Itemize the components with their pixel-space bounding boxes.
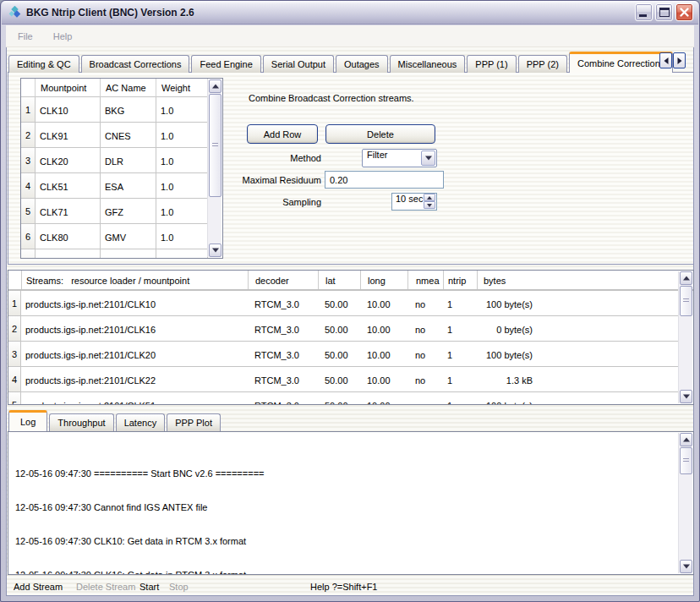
maximal-residuum-input[interactable]: 0.20 bbox=[325, 171, 444, 189]
minimize-button[interactable] bbox=[635, 3, 653, 21]
tab-serial-output[interactable]: Serial Output bbox=[263, 55, 334, 73]
sampling-spinbox[interactable]: 10 sec bbox=[391, 193, 437, 211]
cell-weight[interactable]: 1.0 bbox=[156, 224, 208, 249]
tab-log[interactable]: Log bbox=[8, 410, 47, 431]
tab-outages[interactable]: Outages bbox=[336, 55, 388, 73]
scroll-thumb[interactable] bbox=[209, 94, 221, 197]
dropdown-button[interactable] bbox=[421, 150, 435, 166]
stream-row[interactable]: 5 products.igs-ip.net:2101/CLK51 RTCM_3.… bbox=[8, 392, 693, 405]
delete-button[interactable]: Delete bbox=[325, 124, 435, 144]
scroll-up-icon bbox=[683, 276, 690, 281]
table-row: 5 CLK71 GFZ 1.0 bbox=[21, 199, 222, 224]
scroll-down-button[interactable] bbox=[209, 244, 221, 257]
log-line: 12-05-16 09:47:30 CLK10: Get data in RTC… bbox=[15, 536, 671, 547]
stream-row[interactable]: 1 products.igs-ip.net:2101/CLK10 RTCM_3.… bbox=[8, 291, 693, 316]
scroll-down-button[interactable] bbox=[680, 560, 692, 573]
maximize-button[interactable] bbox=[655, 3, 673, 21]
cell-weight[interactable]: 1.0 bbox=[156, 148, 208, 173]
window-title: BKG Ntrip Client (BNC) Version 2.6 bbox=[26, 7, 632, 19]
panel-description: Combine Broadcast Correction streams. bbox=[249, 93, 414, 103]
cell-mountpoint[interactable]: CLK10 bbox=[36, 97, 101, 123]
col-weight: Weight bbox=[156, 79, 208, 97]
cell-weight[interactable]: 1.0 bbox=[156, 123, 208, 148]
cell-mountpoint[interactable]: CLK20 bbox=[36, 148, 101, 173]
cell-mountpoint[interactable]: CLK51 bbox=[36, 173, 101, 199]
col-ntrip: ntrip bbox=[443, 271, 477, 289]
cell-mountpoint[interactable]: CLK91 bbox=[36, 123, 101, 148]
top-tab-bar: Editing & QC Broadcast Corrections Feed … bbox=[8, 52, 656, 73]
spin-up-icon bbox=[427, 196, 432, 200]
cell-ac-name[interactable]: GMV bbox=[101, 224, 156, 249]
cell-ac-name[interactable]: ESA bbox=[101, 173, 156, 199]
tab-scroll-right-icon bbox=[677, 57, 681, 64]
cell-ac-name[interactable]: BKG bbox=[101, 97, 156, 123]
tab-editing-qc[interactable]: Editing & QC bbox=[8, 55, 79, 73]
log-line: 12-05-16 09:47:30 ========== Start BNC v… bbox=[15, 468, 671, 479]
tab-scroll-right-button[interactable] bbox=[673, 52, 686, 68]
menu-help[interactable]: Help bbox=[53, 31, 73, 41]
sampling-label: Sampling bbox=[221, 197, 321, 207]
cell-weight[interactable]: 1.0 bbox=[156, 173, 208, 199]
tab-miscellaneous[interactable]: Miscellaneous bbox=[390, 55, 466, 73]
tab-latency[interactable]: Latency bbox=[116, 413, 166, 431]
stream-url: products.igs-ip.net:2101/CLK10 bbox=[21, 291, 248, 316]
log-text: 12-05-16 09:47:30 ========== Start BNC v… bbox=[8, 432, 693, 575]
minimize-icon bbox=[639, 14, 647, 17]
cell-ac-name[interactable]: GFZ bbox=[101, 199, 156, 224]
scroll-thumb[interactable] bbox=[680, 286, 692, 316]
scroll-down-button[interactable] bbox=[680, 390, 692, 403]
tab-scroll-left-button[interactable] bbox=[659, 52, 672, 68]
stream-url: products.igs-ip.net:2101/CLK22 bbox=[21, 367, 248, 392]
tab-combine-corrections[interactable]: Combine Corrections bbox=[569, 52, 673, 73]
tab-ppp-1[interactable]: PPP (1) bbox=[467, 55, 516, 73]
stream-url: products.igs-ip.net:2101/CLK16 bbox=[21, 316, 248, 342]
scroll-up-button[interactable] bbox=[209, 79, 221, 93]
combination-table-header: Mountpoint AC Name Weight bbox=[21, 79, 222, 97]
app-icon bbox=[8, 6, 21, 19]
scroll-up-icon bbox=[683, 438, 690, 442]
stream-row[interactable]: 3 products.igs-ip.net:2101/CLK20 RTCM_3.… bbox=[8, 342, 693, 367]
col-streams: Streams: resource loader / mountpoint bbox=[21, 271, 248, 289]
col-long: long bbox=[360, 271, 407, 289]
col-decoder: decoder bbox=[248, 271, 318, 289]
scroll-thumb[interactable] bbox=[680, 447, 692, 474]
combination-table-scrollbar bbox=[207, 79, 221, 257]
close-button[interactable] bbox=[675, 3, 693, 21]
cell-weight[interactable]: 1.0 bbox=[156, 199, 208, 224]
cell-ac-name[interactable]: DLR bbox=[101, 148, 156, 173]
start-action[interactable]: Start bbox=[139, 582, 159, 592]
tab-scroll-left-icon bbox=[664, 57, 668, 64]
log-scrollbar bbox=[678, 433, 692, 573]
tab-ppp-2[interactable]: PPP (2) bbox=[518, 55, 567, 73]
scroll-up-icon bbox=[212, 85, 219, 89]
tab-throughput[interactable]: Throughput bbox=[49, 413, 113, 431]
menu-file[interactable]: File bbox=[18, 31, 33, 41]
tab-feed-engine[interactable]: Feed Engine bbox=[191, 55, 260, 73]
stream-row[interactable]: 4 products.igs-ip.net:2101/CLK22 RTCM_3.… bbox=[8, 367, 693, 392]
add-stream-action[interactable]: Add Stream bbox=[14, 582, 63, 592]
col-bytes: bytes bbox=[477, 271, 506, 289]
cell-mountpoint[interactable]: CLK71 bbox=[36, 199, 101, 224]
method-label: Method bbox=[221, 153, 321, 163]
scroll-up-button[interactable] bbox=[680, 433, 692, 446]
table-row-partial bbox=[21, 249, 222, 259]
scroll-down-icon bbox=[683, 565, 690, 569]
tab-broadcast-corrections[interactable]: Broadcast Corrections bbox=[81, 55, 190, 73]
add-row-button[interactable]: Add Row bbox=[247, 124, 318, 144]
stop-action: Stop bbox=[169, 582, 189, 592]
cell-weight[interactable]: 1.0 bbox=[156, 97, 208, 123]
col-nmea: nmea bbox=[407, 271, 443, 289]
scroll-up-button[interactable] bbox=[680, 271, 692, 285]
log-line: 12-05-16 09:47:30 Cannot find IGS ANTEX … bbox=[15, 502, 671, 513]
tab-ppp-plot[interactable]: PPP Plot bbox=[167, 413, 221, 431]
combine-corrections-pane: Mountpoint AC Name Weight 1 CLK10 BKG 1.… bbox=[8, 72, 694, 265]
spin-down-button[interactable] bbox=[424, 201, 435, 209]
log-panel: 12-05-16 09:47:30 ========== Start BNC v… bbox=[8, 431, 694, 575]
method-dropdown[interactable]: Filter bbox=[362, 149, 437, 167]
cell-ac-name[interactable]: CNES bbox=[101, 123, 156, 148]
streams-table-header: Streams: resource loader / mountpoint de… bbox=[8, 271, 693, 291]
spin-up-button[interactable] bbox=[424, 194, 435, 201]
cell-mountpoint[interactable]: CLK80 bbox=[36, 224, 101, 249]
stream-row[interactable]: 2 products.igs-ip.net:2101/CLK16 RTCM_3.… bbox=[8, 316, 693, 342]
log-line: 12-05-16 09:47:30 CLK16: Get data in RTC… bbox=[15, 570, 671, 575]
